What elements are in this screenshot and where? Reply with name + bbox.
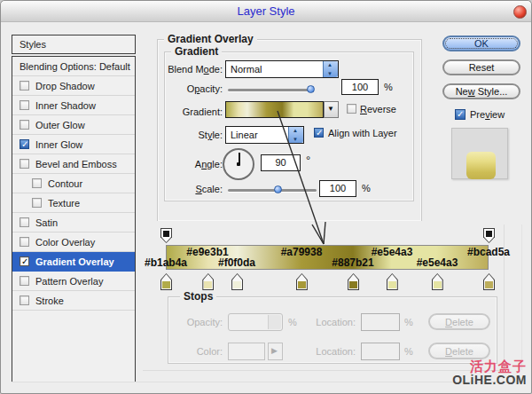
gradient-stop-hex-label: #b1ab4a	[141, 256, 191, 269]
checkbox[interactable]	[20, 120, 29, 130]
styles-header: Styles	[12, 35, 136, 54]
opacity-stop[interactable]	[160, 228, 172, 243]
stops-color-swatch	[228, 343, 265, 360]
sidebar-item-texture[interactable]: Texture	[12, 193, 135, 213]
stops-legend: Stops	[180, 291, 216, 303]
sidebar-item-label: Satin	[35, 217, 58, 228]
stops-opacity-unit: %	[288, 317, 301, 327]
stepper-icon[interactable]	[323, 61, 338, 77]
gradient-dropdown-arrow-icon[interactable]	[324, 101, 339, 118]
color-stop[interactable]	[160, 273, 172, 290]
preview-label: Preview	[470, 109, 505, 120]
stepper-icon[interactable]	[288, 127, 303, 143]
sidebar-item-label: Drop Shadow	[35, 81, 95, 91]
close-button-icon[interactable]	[513, 5, 527, 19]
sidebar-item-blending-options-default[interactable]: Blending Options: Default	[12, 57, 135, 76]
gradient-label: Gradient:	[152, 106, 223, 117]
delete-stop-button: Delete	[428, 313, 490, 330]
sidebar-item-gradient-overlay[interactable]: Gradient Overlay	[12, 252, 135, 272]
gradient-stop-hex-label: #e5e4a3	[367, 246, 417, 258]
opacity-slider[interactable]	[228, 89, 313, 91]
style-dropdown[interactable]: Linear	[225, 126, 304, 144]
preview-thumbnail	[451, 128, 508, 179]
new-style-button[interactable]: New Style...	[442, 83, 520, 99]
sidebar-item-inner-glow[interactable]: Inner Glow	[12, 135, 135, 154]
scale-label: Scale:	[152, 184, 223, 194]
checkbox[interactable]	[20, 159, 29, 169]
sidebar-item-satin[interactable]: Satin	[12, 213, 135, 232]
color-stop[interactable]	[296, 273, 308, 290]
gradient-overlay-legend: Gradient Overlay	[164, 34, 257, 45]
ok-button[interactable]: OK	[442, 35, 520, 51]
reverse-checkbox[interactable]	[347, 104, 356, 114]
color-stop[interactable]	[231, 273, 243, 290]
sidebar-item-inner-shadow[interactable]: Inner Shadow	[12, 96, 135, 115]
stops-location2-input	[361, 343, 400, 360]
sidebar-item-label: Inner Glow	[35, 139, 82, 150]
stops-color-label: Color:	[152, 346, 223, 357]
angle-unit: °	[306, 154, 310, 167]
sidebar-item-label: Bevel and Emboss	[35, 159, 117, 169]
checkbox[interactable]	[20, 276, 29, 286]
blend-mode-dropdown[interactable]: Normal	[225, 60, 339, 78]
opacity-label: Opacity:	[152, 83, 223, 94]
gradient-swatch[interactable]	[225, 101, 324, 118]
gradient-stop-hex-label: #bcad5a	[464, 246, 513, 258]
sidebar-item-pattern-overlay[interactable]: Pattern Overlay	[12, 272, 135, 291]
scale-input[interactable]: 100	[319, 180, 356, 197]
checkbox[interactable]	[20, 237, 29, 247]
opacity-slider-thumb[interactable]	[307, 85, 315, 93]
sidebar-item-bevel-and-emboss[interactable]: Bevel and Emboss	[12, 154, 135, 174]
sidebar-item-drop-shadow[interactable]: Drop Shadow	[12, 76, 135, 96]
opacity-stop[interactable]	[483, 228, 495, 243]
color-stop[interactable]	[483, 273, 495, 290]
checkbox[interactable]	[20, 256, 29, 266]
delete-stop-button: Delete	[428, 343, 490, 359]
angle-input[interactable]: 90	[261, 154, 301, 171]
angle-dial[interactable]	[223, 148, 254, 180]
paste-edge	[12, 382, 522, 382]
sidebar-item-label: Stroke	[35, 296, 64, 306]
styles-list: Blending Options: DefaultDrop ShadowInne…	[12, 56, 136, 382]
watermark-site: OLiHE.COM	[452, 373, 527, 387]
stops-opacity-combo	[228, 313, 283, 331]
preview-checkbox[interactable]	[455, 109, 466, 120]
reset-button[interactable]: Reset	[442, 59, 520, 75]
checkbox[interactable]	[32, 198, 42, 208]
sidebar-item-label: Texture	[48, 198, 80, 209]
sidebar-item-stroke[interactable]: Stroke	[12, 291, 135, 311]
preview-layer-shape	[466, 152, 496, 179]
checkbox[interactable]	[20, 296, 29, 305]
stops-location-unit: %	[404, 317, 417, 327]
sidebar-item-label: Contour	[48, 178, 82, 189]
sidebar-item-label: Color Overlay	[35, 237, 95, 248]
sidebar-item-label: Inner Shadow	[35, 100, 96, 111]
sidebar-item-contour[interactable]: Contour	[12, 174, 135, 193]
opacity-input[interactable]: 100	[341, 79, 379, 95]
checkbox[interactable]	[32, 178, 42, 188]
layer-style-dialog: Layer Style Styles Blending Options: Def…	[0, 0, 532, 394]
color-stop[interactable]	[348, 273, 359, 290]
sidebar-item-color-overlay[interactable]: Color Overlay	[12, 232, 135, 252]
checkbox[interactable]	[20, 100, 29, 110]
sidebar-item-label: Gradient Overlay	[35, 256, 114, 267]
sidebar-item-label: Pattern Overlay	[35, 276, 103, 287]
color-stop[interactable]	[432, 273, 443, 290]
paste-edge	[143, 370, 504, 371]
title-bar: Layer Style	[1, 1, 531, 22]
color-stop[interactable]	[387, 273, 398, 290]
checkbox[interactable]	[20, 139, 29, 149]
checkbox[interactable]	[20, 217, 29, 227]
style-label: Style:	[152, 130, 223, 140]
align-with-layer-checkbox[interactable]	[314, 128, 324, 138]
blend-mode-value: Normal	[231, 61, 262, 77]
gradient-stop-hex-label: #a79938	[277, 246, 326, 258]
checkbox[interactable]	[20, 81, 29, 91]
angle-label: Angle:	[152, 159, 223, 169]
sidebar-item-outer-glow[interactable]: Outer Glow	[12, 115, 135, 135]
gradient-stop-hex-label: #f0f0da	[212, 256, 262, 269]
scale-slider[interactable]	[228, 189, 317, 192]
scale-slider-thumb[interactable]	[274, 185, 282, 193]
gradient-stop-hex-label: #e5e4a3	[412, 256, 462, 269]
color-stop[interactable]	[202, 273, 214, 290]
